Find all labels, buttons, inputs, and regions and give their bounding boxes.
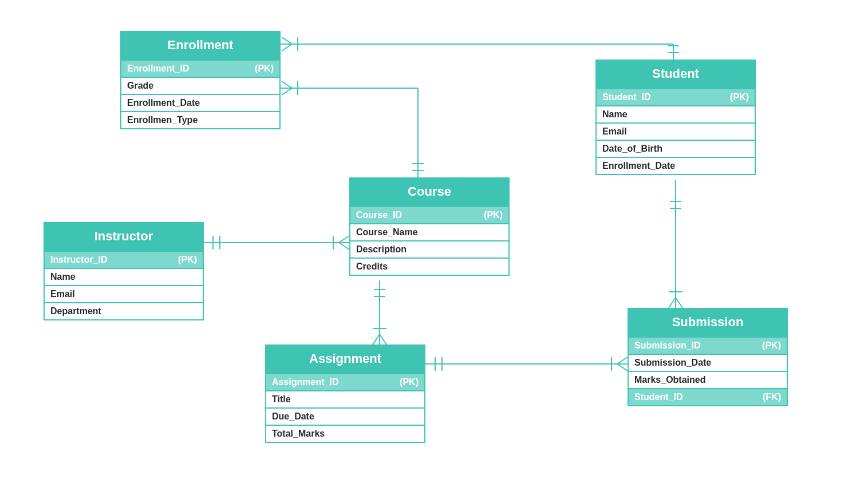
key-tag: (PK) [762, 340, 781, 351]
attr-name: Name [50, 272, 76, 282]
attr-name: Credits [356, 262, 388, 272]
row: Credits [350, 258, 508, 275]
row-pk: Enrollment_ID (PK) [121, 60, 279, 77]
row: Total_Marks [266, 425, 424, 442]
row: Course_Name [350, 223, 508, 240]
attr-name: Name [602, 109, 628, 120]
entity-instructor[interactable]: Instructor Instructor_ID (PK) Name Email… [44, 222, 204, 320]
entity-assignment[interactable]: Assignment Assignment_ID (PK) Title Due_… [265, 344, 425, 443]
row-pk: Assignment_ID (PK) [266, 373, 424, 390]
er-diagram-canvas: Enrollment Enrollment_ID (PK) Grade Enro… [0, 0, 868, 499]
row: Department [45, 302, 203, 319]
entity-title: Enrollment [121, 32, 279, 60]
entity-title: Submission [629, 309, 787, 336]
row: Submission_Date [629, 354, 787, 371]
entity-course[interactable]: Course Course_ID (PK) Course_Name Descri… [349, 177, 510, 276]
row-pk: Course_ID (PK) [350, 206, 508, 223]
attr-name: Description [356, 244, 407, 255]
attr-name: Enrollmen_Type [127, 115, 198, 125]
attr-name: Total_Marks [272, 429, 325, 439]
attr-name: Student_ID [634, 392, 682, 402]
rel-instructor-course [204, 236, 349, 250]
attr-name: Submission_ID [634, 340, 701, 351]
row: Enrollment_Date [121, 94, 279, 111]
key-tag: (PK) [484, 210, 503, 220]
attr-name: Course_ID [356, 210, 402, 220]
entity-title: Assignment [266, 346, 424, 373]
rel-course-assignment [373, 280, 386, 344]
attr-name: Email [602, 126, 627, 137]
row: Grade [121, 77, 279, 94]
row-pk: Instructor_ID (PK) [45, 251, 203, 268]
key-tag: (PK) [400, 377, 419, 387]
row: Title [266, 390, 424, 407]
attr-name: Enrollment_Date [602, 161, 675, 171]
attr-name: Department [50, 306, 101, 316]
attr-name: Enrollment_ID [127, 64, 189, 74]
rel-student-submission [669, 180, 682, 308]
entity-title: Instructor [45, 223, 203, 251]
attr-name: Enrollment_Date [127, 98, 200, 108]
attr-name: Grade [127, 81, 153, 91]
row-fk: Student_ID (FK) [629, 388, 787, 405]
rel-course-enrollment [281, 81, 424, 177]
entity-title: Student [597, 61, 755, 88]
row: Email [597, 122, 755, 140]
row: Date_of_Birth [597, 140, 755, 157]
entity-title: Course [350, 179, 508, 206]
attr-name: Title [272, 394, 291, 405]
rel-student-enrollment [281, 37, 679, 60]
attr-name: Email [50, 289, 75, 299]
attr-name: Instructor_ID [50, 255, 108, 265]
row: Name [597, 105, 755, 122]
row: Marks_Obtained [629, 371, 787, 388]
attr-name: Assignment_ID [272, 377, 338, 387]
key-tag: (PK) [255, 64, 274, 74]
attr-name: Student_ID [602, 92, 650, 102]
entity-enrollment[interactable]: Enrollment Enrollment_ID (PK) Grade Enro… [120, 31, 281, 129]
row: Description [350, 240, 508, 258]
attr-name: Submission_Date [634, 358, 711, 368]
row-pk: Submission_ID (PK) [629, 336, 787, 354]
key-tag: (PK) [730, 92, 749, 102]
attr-name: Due_Date [272, 411, 314, 422]
attr-name: Date_of_Birth [602, 144, 662, 154]
attr-name: Course_Name [356, 227, 418, 237]
row: Email [45, 285, 203, 302]
rel-assignment-submission [425, 357, 628, 371]
row: Due_Date [266, 407, 424, 425]
entity-submission[interactable]: Submission Submission_ID (PK) Submission… [628, 308, 788, 406]
key-tag: (FK) [763, 392, 781, 402]
row: Enrollmen_Type [121, 111, 279, 128]
row: Name [45, 268, 203, 285]
row-pk: Student_ID (PK) [597, 88, 755, 105]
key-tag: (PK) [178, 255, 197, 265]
attr-name: Marks_Obtained [634, 375, 705, 385]
entity-student[interactable]: Student Student_ID (PK) Name Email Date_… [595, 60, 756, 175]
row: Enrollment_Date [597, 157, 755, 174]
